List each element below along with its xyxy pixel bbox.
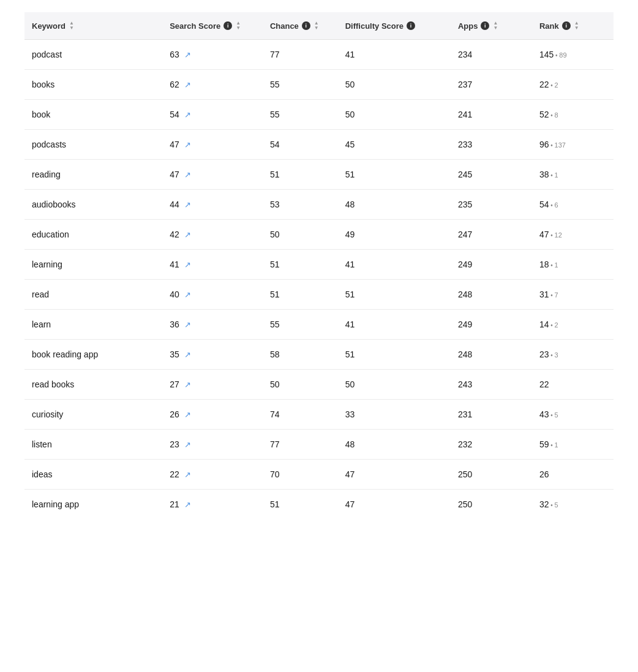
rank-main-value: 26: [539, 469, 549, 479]
search-score-info-icon[interactable]: i: [223, 21, 232, 30]
chart-icon[interactable]: ↗: [184, 200, 191, 209]
rank-cell: 22: [532, 370, 614, 400]
rank-main-value: 47: [539, 230, 549, 239]
apps-cell: 249: [451, 310, 532, 340]
rank-sort-icon[interactable]: ▲▼: [574, 21, 579, 31]
apps-cell: 241: [451, 100, 532, 130]
score-cell: 62 ↗: [162, 70, 263, 100]
keyword-cell: podcast: [24, 40, 162, 70]
chart-icon[interactable]: ↗: [184, 230, 191, 239]
th-difficulty-label: Difficulty Score: [345, 21, 403, 31]
keyword-table-container: Keyword ▲▼ Search Score i ▲▼: [0, 0, 638, 531]
score-cell: 26 ↗: [162, 400, 263, 430]
chance-cell: 70: [263, 460, 338, 490]
difficulty-info-icon[interactable]: i: [407, 21, 415, 30]
chart-icon[interactable]: ↗: [184, 350, 191, 359]
score-value: 47: [170, 140, 179, 149]
keyword-cell: reading: [24, 160, 162, 190]
chance-cell: 50: [263, 370, 338, 400]
chart-icon[interactable]: ↗: [184, 290, 191, 299]
score-value: 26: [170, 409, 179, 419]
difficulty-cell: 51: [338, 280, 451, 310]
rank-dot: •: [549, 442, 554, 449]
rank-dot: •: [549, 322, 554, 329]
chart-icon[interactable]: ↗: [184, 110, 191, 119]
table-row: book 54 ↗ 555024152 • 8: [24, 100, 614, 130]
chart-icon[interactable]: ↗: [184, 440, 191, 449]
rank-change-value: 8: [555, 111, 558, 119]
keyword-cell: curiosity: [24, 400, 162, 430]
th-search-score-label: Search Score: [170, 21, 220, 31]
keyword-sort-icon[interactable]: ▲▼: [69, 21, 74, 31]
th-apps: Apps i ▲▼: [451, 12, 532, 40]
table-row: ideas 22 ↗ 704725026: [24, 460, 614, 490]
chance-cell: 51: [263, 160, 338, 190]
rank-change-value: 1: [555, 171, 558, 179]
chart-icon[interactable]: ↗: [184, 260, 191, 269]
rank-dot: •: [549, 262, 554, 269]
chart-icon[interactable]: ↗: [184, 50, 191, 59]
table-row: education 42 ↗ 504924747 • 12: [24, 220, 614, 250]
score-cell: 44 ↗: [162, 190, 263, 220]
th-keyword-label: Keyword: [32, 21, 66, 31]
chance-cell: 55: [263, 70, 338, 100]
table-row: learning app 21 ↗ 514725032 • 5: [24, 490, 614, 520]
rank-change-value: 2: [555, 81, 558, 89]
score-cell: 47 ↗: [162, 160, 263, 190]
apps-cell: 231: [451, 400, 532, 430]
rank-dot: •: [549, 412, 554, 419]
chance-cell: 53: [263, 190, 338, 220]
apps-cell: 233: [451, 130, 532, 160]
rank-change-value: 137: [555, 141, 566, 149]
chart-icon[interactable]: ↗: [184, 410, 191, 419]
rank-change-value: 5: [555, 501, 558, 509]
rank-main-value: 32: [539, 499, 549, 509]
apps-cell: 247: [451, 220, 532, 250]
chart-icon[interactable]: ↗: [184, 320, 191, 329]
rank-cell: 18 • 1: [532, 250, 614, 280]
chance-cell: 51: [263, 280, 338, 310]
apps-cell: 250: [451, 490, 532, 520]
keyword-cell: read books: [24, 370, 162, 400]
rank-main-value: 96: [539, 140, 549, 149]
rank-main-value: 22: [539, 379, 549, 389]
chance-sort-icon[interactable]: ▲▼: [314, 21, 319, 31]
rank-dot: •: [549, 292, 554, 299]
chart-icon[interactable]: ↗: [184, 380, 191, 389]
apps-cell: 237: [451, 70, 532, 100]
keyword-cell: book reading app: [24, 340, 162, 370]
score-cell: 47 ↗: [162, 130, 263, 160]
score-value: 36: [170, 319, 179, 329]
rank-dot: •: [549, 202, 554, 209]
apps-cell: 234: [451, 40, 532, 70]
table-row: learn 36 ↗ 554124914 • 2: [24, 310, 614, 340]
apps-sort-icon[interactable]: ▲▼: [493, 21, 498, 31]
chart-icon[interactable]: ↗: [184, 470, 191, 479]
rank-info-icon[interactable]: i: [562, 21, 571, 30]
chart-icon[interactable]: ↗: [184, 500, 191, 509]
th-difficulty: Difficulty Score i: [338, 12, 451, 40]
rank-cell: 59 • 1: [532, 430, 614, 460]
difficulty-cell: 41: [338, 250, 451, 280]
difficulty-cell: 47: [338, 460, 451, 490]
rank-change-value: 1: [555, 261, 558, 269]
chart-icon[interactable]: ↗: [184, 170, 191, 179]
chance-cell: 54: [263, 130, 338, 160]
keyword-cell: learning: [24, 250, 162, 280]
chart-icon[interactable]: ↗: [184, 140, 191, 149]
rank-dot: •: [549, 112, 554, 119]
score-cell: 40 ↗: [162, 280, 263, 310]
chance-cell: 74: [263, 400, 338, 430]
rank-change-value: 12: [555, 231, 562, 239]
chance-info-icon[interactable]: i: [302, 21, 310, 30]
search-score-sort-icon[interactable]: ▲▼: [236, 21, 241, 31]
chart-icon[interactable]: ↗: [184, 80, 191, 89]
apps-info-icon[interactable]: i: [481, 21, 489, 30]
rank-change-value: 3: [555, 351, 558, 359]
table-row: podcasts 47 ↗ 544523396 • 137: [24, 130, 614, 160]
score-value: 54: [170, 110, 179, 119]
difficulty-cell: 45: [338, 130, 451, 160]
rank-cell: 96 • 137: [532, 130, 614, 160]
table-row: read books 27 ↗ 505024322: [24, 370, 614, 400]
difficulty-cell: 33: [338, 400, 451, 430]
